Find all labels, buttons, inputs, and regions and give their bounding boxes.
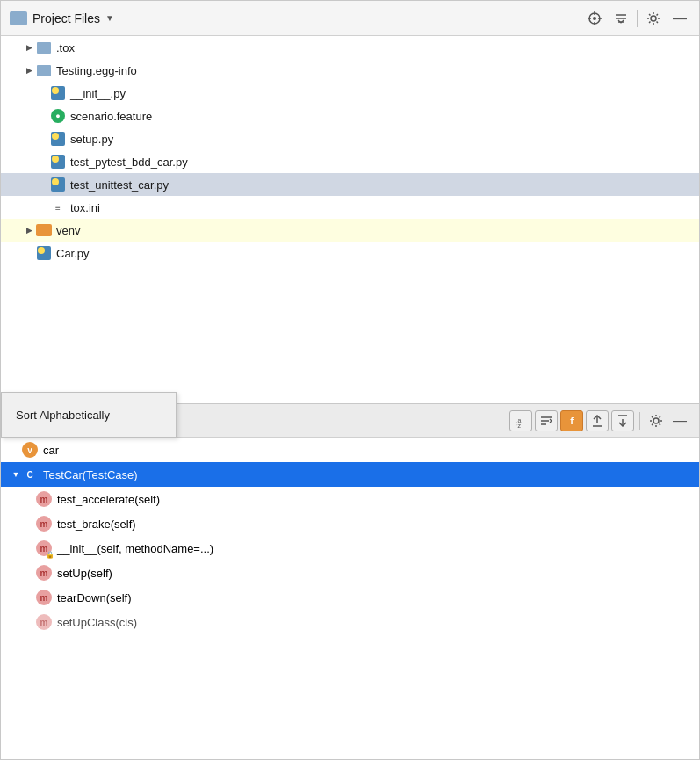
svg-point-1 xyxy=(593,17,596,20)
struct-item-init[interactable]: m 🔒 __init__(self, methodName=...) xyxy=(1,536,699,561)
spacer xyxy=(36,86,50,100)
tree-item[interactable]: __init__.py xyxy=(1,82,699,105)
separator xyxy=(637,10,638,27)
sort-type-button[interactable] xyxy=(535,410,558,431)
method-lock-icon: m 🔒 xyxy=(36,540,52,556)
spacer xyxy=(36,155,50,169)
tree-item[interactable]: setup.py xyxy=(1,127,699,150)
structure-settings-button[interactable] xyxy=(646,410,667,431)
method-icon: m xyxy=(36,590,52,605)
file-name: scenario.feature xyxy=(70,110,152,123)
method-icon: m xyxy=(36,491,52,507)
sort-alpha-button[interactable]: ↓a ↑z xyxy=(509,410,532,431)
header-left: Project Files ▼ xyxy=(10,11,114,25)
separator xyxy=(639,412,640,430)
minimize-button[interactable]: — xyxy=(669,8,690,29)
spacer xyxy=(36,177,50,192)
project-files-header: Project Files ▼ xyxy=(1,1,699,36)
file-name: test_pytest_bdd_car.py xyxy=(70,156,188,169)
expand-button[interactable] xyxy=(586,410,609,431)
tree-item[interactable]: test_pytest_bdd_car.py xyxy=(1,150,699,173)
tree-item-selected[interactable]: test_unittest_car.py xyxy=(1,173,699,196)
struct-name: test_accelerate(self) xyxy=(57,493,160,506)
py-file-icon xyxy=(50,85,66,101)
expand-arrow: ▶ xyxy=(22,40,36,54)
struct-arrow xyxy=(24,567,36,579)
filter-f-icon: f xyxy=(570,416,574,426)
settings-button[interactable] xyxy=(643,8,664,29)
py-file-icon xyxy=(50,154,66,170)
spacer xyxy=(36,109,50,123)
folder-icon xyxy=(36,62,52,78)
py-file-icon xyxy=(36,245,52,261)
filter-f-button[interactable]: f xyxy=(560,410,583,431)
folder-icon xyxy=(36,40,52,55)
struct-item-test-accelerate[interactable]: m test_accelerate(self) xyxy=(1,487,699,511)
method-icon: m xyxy=(36,565,52,581)
struct-name: TestCar(TestCase) xyxy=(43,468,138,481)
collapse-icon xyxy=(614,11,628,25)
struct-arrow xyxy=(24,493,36,505)
file-name: test_unittest_car.py xyxy=(70,178,169,192)
project-files-panel: Project Files ▼ xyxy=(0,0,700,404)
spacer xyxy=(36,200,50,214)
ini-file-icon: ≡ xyxy=(50,199,66,215)
struct-item-car[interactable]: v car xyxy=(1,438,699,462)
collapse-button[interactable] xyxy=(611,410,634,431)
sort-tooltip: Sort Alphabetically xyxy=(1,392,177,438)
file-name: setup.py xyxy=(70,133,113,146)
header-right: — xyxy=(584,8,690,29)
tree-item[interactable]: ▶ Testing.egg-info xyxy=(1,59,699,82)
method-icon: m xyxy=(36,516,52,532)
tree-item[interactable]: ▶ .tox xyxy=(1,36,699,59)
collapse-icon xyxy=(617,415,629,427)
struct-name: setUpClass(cls) xyxy=(57,616,137,629)
struct-arrow: ▼ xyxy=(10,468,22,481)
expand-arrow: ▶ xyxy=(22,223,36,237)
svg-text:↑z: ↑z xyxy=(515,423,522,428)
struct-item-testcar[interactable]: ▼ C TestCar(TestCase) xyxy=(1,462,699,487)
struct-item-teardown[interactable]: m tearDown(self) xyxy=(1,585,699,610)
file-name: tox.ini xyxy=(70,201,100,214)
dash-icon: — xyxy=(673,11,687,25)
file-name: venv xyxy=(56,224,80,237)
dash-icon: — xyxy=(673,414,687,428)
folder-orange-icon xyxy=(36,222,52,238)
lock-icon: 🔒 xyxy=(46,551,54,559)
structure-minimize-button[interactable]: — xyxy=(669,410,690,431)
file-name: Car.py xyxy=(56,247,90,260)
method-icon: m xyxy=(36,614,52,630)
crosshair-button[interactable] xyxy=(584,8,605,29)
file-name: .tox xyxy=(56,41,75,54)
struct-item-setupclass[interactable]: m setUpClass(cls) xyxy=(1,610,699,634)
expand-icon xyxy=(591,415,603,427)
sort-alpha-icon: ↓a ↑z xyxy=(514,414,528,428)
expand-arrow: ▶ xyxy=(22,63,36,77)
feature-file-icon: ● xyxy=(50,108,66,124)
struct-arrow xyxy=(24,518,36,530)
spacer xyxy=(36,132,50,146)
collapse-all-button[interactable] xyxy=(610,8,631,29)
struct-arrow xyxy=(24,542,36,554)
chevron-down-icon[interactable]: ▼ xyxy=(105,13,114,23)
gear-icon xyxy=(646,11,660,25)
svg-point-9 xyxy=(651,16,656,21)
tree-item-venv[interactable]: ▶ venv xyxy=(1,219,699,242)
tree-item[interactable]: Car.py xyxy=(1,242,699,264)
py-file-icon xyxy=(50,131,66,147)
sort-type-icon xyxy=(540,415,552,427)
structure-list: v car ▼ C TestCar(TestCase) m test_accel… xyxy=(1,438,699,759)
struct-name: setUp(self) xyxy=(57,567,112,580)
spacer xyxy=(22,246,36,260)
sort-tooltip-label: Sort Alphabetically xyxy=(16,409,110,422)
tree-item[interactable]: ≡ tox.ini xyxy=(1,196,699,219)
struct-arrow xyxy=(10,444,22,456)
struct-name: tearDown(self) xyxy=(57,591,132,604)
struct-item-setup[interactable]: m setUp(self) xyxy=(1,561,699,585)
struct-item-test-brake[interactable]: m test_brake(self) xyxy=(1,511,699,536)
struct-arrow xyxy=(24,591,36,604)
tree-item[interactable]: ● scenario.feature xyxy=(1,105,699,127)
folder-icon xyxy=(10,11,27,25)
struct-arrow xyxy=(24,616,36,628)
gear-icon xyxy=(649,414,663,428)
